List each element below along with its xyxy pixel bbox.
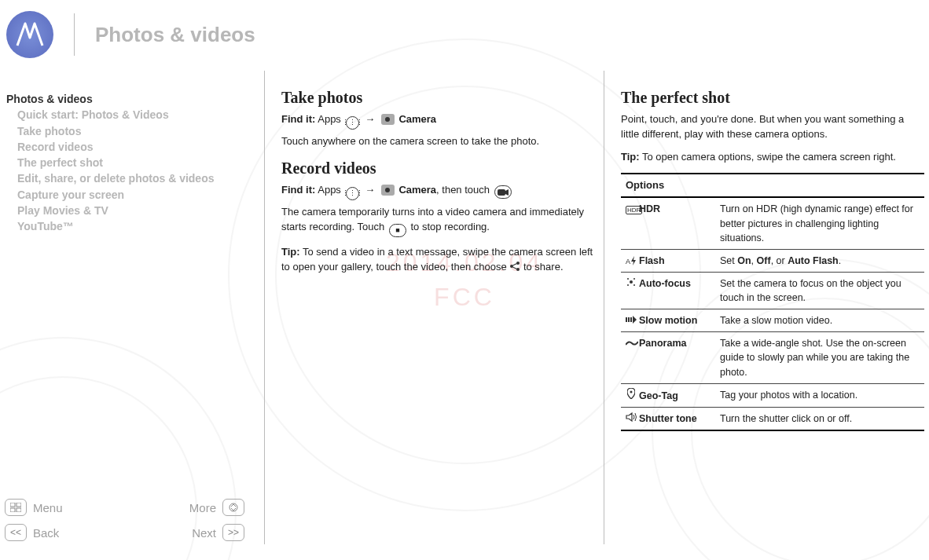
- option-icon: [626, 388, 637, 403]
- camera-icon: [381, 114, 395, 125]
- share-icon: [509, 261, 520, 276]
- sidebar-toc: Photos & videosQuick start: Photos & Vid…: [6, 91, 250, 235]
- svg-point-16: [627, 278, 629, 280]
- option-label: Panorama: [621, 332, 715, 383]
- more-button[interactable]: More: [189, 499, 244, 516]
- perfect-shot-intro: Point, touch, and you're done. But when …: [621, 112, 924, 142]
- sidebar-item[interactable]: Record videos: [6, 139, 250, 155]
- heading-take-photos: Take photos: [281, 86, 596, 109]
- menu-button[interactable]: Menu: [5, 499, 63, 516]
- option-description: Take a wide-angle shot. Use the on-scree…: [715, 332, 924, 383]
- heading-perfect-shot: The perfect shot: [621, 86, 924, 109]
- option-label: AFlash: [621, 249, 715, 272]
- table-row: Geo-TagTag your photos with a location.: [621, 383, 924, 407]
- column-perfect-shot: The perfect shot Point, touch, and you'r…: [621, 86, 924, 431]
- nav-buttons: Menu More << Back Next >>: [5, 491, 244, 541]
- table-row: AFlashSet On, Off, or Auto Flash.: [621, 249, 924, 272]
- page-title: Photos & videos: [95, 23, 255, 47]
- svg-rect-6: [10, 503, 15, 507]
- find-it-record: Find it: Apps ⋮⋮⋮ → Camera, then touch: [281, 183, 596, 200]
- option-icon: HDR: [626, 202, 637, 216]
- svg-rect-11: [498, 189, 505, 196]
- perfect-shot-tip: Tip: To open camera options, swipe the c…: [621, 150, 924, 165]
- option-description: Take a slow motion video.: [715, 309, 924, 332]
- option-description: Turn the shutter click on or off.: [715, 407, 924, 430]
- sidebar-item[interactable]: Quick start: Photos & Videos: [6, 107, 250, 123]
- column-divider: [264, 71, 265, 544]
- column-take-record: Take photos Find it: Apps ⋮⋮⋮ → Camera T…: [281, 86, 596, 284]
- motorola-logo: [6, 11, 53, 58]
- option-icon: [626, 412, 637, 426]
- sidebar-item[interactable]: Photos & videos: [6, 91, 250, 107]
- next-icon: >>: [222, 524, 244, 541]
- option-label: HDRHDR: [621, 197, 715, 249]
- sidebar-item[interactable]: Play Movies & TV: [6, 203, 250, 218]
- menu-label: Menu: [33, 501, 63, 514]
- option-label: Shutter tone: [621, 407, 715, 430]
- option-description: Set the camera to focus on the object yo…: [715, 272, 924, 309]
- find-it-take: Find it: Apps ⋮⋮⋮ → Camera: [281, 112, 596, 130]
- watermark-org: FCC: [386, 280, 543, 316]
- record-tip: Tip: To send a video in a text message, …: [281, 245, 596, 276]
- svg-point-23: [630, 390, 633, 393]
- option-label: Slow motion: [621, 309, 715, 332]
- arrow-icon: →: [365, 184, 375, 196]
- svg-rect-8: [10, 508, 15, 512]
- sidebar-item[interactable]: The perfect shot: [6, 155, 250, 170]
- record-instruction: The camera temporarily turns into a vide…: [281, 205, 596, 237]
- option-icon: [626, 313, 637, 328]
- options-header: Options: [621, 174, 924, 198]
- svg-rect-9: [17, 508, 21, 512]
- option-description: Turn on HDR (high dynamic range) effect …: [715, 197, 924, 249]
- apps-grid-icon: ⋮⋮⋮: [346, 187, 359, 200]
- sidebar-item[interactable]: Capture your screen: [6, 187, 250, 203]
- more-icon: [222, 499, 244, 516]
- back-button[interactable]: << Back: [5, 524, 59, 541]
- option-description: Set On, Off, or Auto Flash.: [715, 249, 924, 272]
- svg-point-15: [630, 280, 633, 284]
- option-icon: [626, 336, 637, 350]
- next-label: Next: [192, 526, 216, 540]
- option-icon: [626, 276, 637, 291]
- options-table: Options HDRHDRTurn on HDR (high dynamic …: [621, 173, 924, 431]
- svg-rect-22: [630, 317, 632, 322]
- heading-record-videos: Record videos: [281, 157, 596, 180]
- take-photo-instruction: Touch anywhere on the camera screen to t…: [281, 134, 596, 149]
- option-label: Geo-Tag: [621, 383, 715, 407]
- back-label: Back: [33, 526, 59, 540]
- menu-icon: [5, 499, 27, 516]
- svg-point-12: [516, 262, 520, 265]
- video-record-icon: [494, 185, 512, 199]
- column-divider: [604, 71, 604, 544]
- svg-point-17: [633, 278, 635, 280]
- sidebar-item[interactable]: YouTube™: [6, 218, 250, 234]
- table-row: Slow motionTake a slow motion video.: [621, 309, 924, 332]
- sidebar-item[interactable]: Take photos: [6, 123, 250, 139]
- svg-rect-20: [626, 317, 627, 322]
- header: Photos & videos: [0, 9, 255, 60]
- svg-rect-7: [17, 503, 21, 507]
- svg-rect-21: [628, 317, 630, 322]
- option-description: Tag your photos with a location.: [715, 383, 924, 407]
- svg-point-19: [633, 284, 635, 286]
- more-label: More: [189, 501, 216, 514]
- next-button[interactable]: Next >>: [192, 524, 244, 541]
- table-row: PanoramaTake a wide-angle shot. Use the …: [621, 332, 924, 383]
- svg-point-18: [627, 284, 629, 286]
- back-icon: <<: [5, 524, 27, 541]
- table-row: Auto-focusSet the camera to focus on the…: [621, 272, 924, 309]
- option-label: Auto-focus: [621, 272, 715, 309]
- table-row: Shutter toneTurn the shutter click on or…: [621, 407, 924, 430]
- svg-point-14: [516, 268, 520, 271]
- table-row: HDRHDRTurn on HDR (high dynamic range) e…: [621, 197, 924, 249]
- camera-icon: [381, 185, 395, 196]
- sidebar-item[interactable]: Edit, share, or delete photos & videos: [6, 170, 250, 186]
- stop-icon: ■: [389, 224, 406, 237]
- arrow-icon: →: [365, 113, 375, 125]
- header-divider: [74, 13, 75, 56]
- option-icon: A: [626, 254, 637, 268]
- apps-grid-icon: ⋮⋮⋮: [346, 116, 359, 130]
